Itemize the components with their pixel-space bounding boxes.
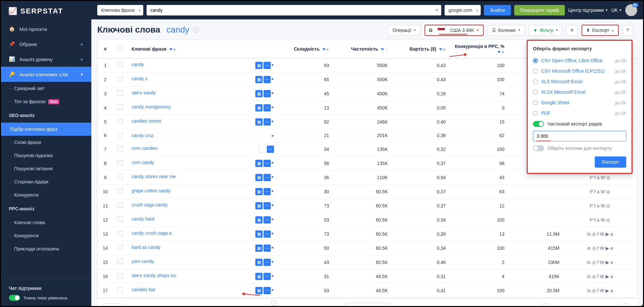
info-icon[interactable]: i: [193, 27, 199, 33]
export-xls[interactable]: XLS Microsoft Excelдо 2K: [533, 76, 626, 87]
dark-theme-toggle[interactable]: Темна тема увімкнена: [9, 295, 83, 301]
arrow-right-icon[interactable]: ▸: [272, 202, 274, 209]
col-cost[interactable]: Вартість ($) ▼: [392, 40, 449, 58]
col-difficulty[interactable]: Складність ▼: [278, 40, 333, 58]
more-icon[interactable]: ⋯: [264, 118, 271, 126]
lang-select[interactable]: UK ▼: [611, 8, 622, 13]
keyword-link[interactable]: candy stores near me: [132, 174, 176, 179]
arrow-right-icon[interactable]: ▸: [272, 90, 274, 97]
upgrade-button[interactable]: Покращити тариф: [514, 5, 565, 15]
export-csv-ms[interactable]: CSV Microsoft Office (CP1251)до 2K: [533, 66, 626, 76]
arrow-right-icon[interactable]: ▸: [272, 174, 274, 181]
keyword-link[interactable]: candy hard: [132, 216, 154, 222]
chat-support[interactable]: Чат підтримки: [9, 284, 83, 295]
nav-keyword-pick[interactable]: Підбір ключових фраз: [1, 123, 91, 136]
nav-ppc-competitors[interactable]: · Конкуренти: [1, 229, 91, 242]
nav-keyword-analysis[interactable]: 🔑Аналіз ключових слів▼: [1, 67, 91, 82]
clear-icon[interactable]: ✕: [432, 5, 441, 15]
more-icon[interactable]: ⋯: [264, 174, 271, 181]
columns-button[interactable]: ☰ Колонки ▼: [488, 25, 525, 35]
keyword-link[interactable]: corn candy: [132, 160, 154, 165]
keyword-link[interactable]: candy: [132, 62, 144, 67]
arrow-right-icon[interactable]: ▸: [272, 188, 274, 195]
page-2[interactable]: 2: [574, 304, 582, 306]
keyword-link[interactable]: candies stores: [132, 118, 161, 124]
nav-domain-analysis[interactable]: 📊Аналіз домену▶: [1, 52, 91, 67]
nav-ads[interactable]: · Приклади оголошень: [1, 242, 91, 255]
operations-button[interactable]: Операції ▼: [388, 25, 421, 35]
arrow-right-icon[interactable]: ▸: [272, 62, 274, 69]
more-icon[interactable]: ⋯: [264, 90, 271, 97]
arrow-right-icon[interactable]: ▸: [272, 133, 274, 138]
help-button[interactable]: ?: [623, 25, 632, 35]
more-icon[interactable]: ⋯: [267, 146, 274, 153]
search-button[interactable]: Знайти: [484, 5, 511, 15]
more-icon[interactable]: ⋯: [264, 273, 271, 280]
search-input[interactable]: [147, 5, 432, 15]
page-4[interactable]: 4: [605, 304, 613, 306]
arrow-right-icon[interactable]: ▸: [272, 287, 274, 294]
more-icon[interactable]: ⋯: [264, 245, 271, 252]
filter-clear-button[interactable]: ✕: [566, 25, 578, 35]
keyword-link[interactable]: grape cotton candy: [132, 188, 171, 193]
nav-ppc-keywords[interactable]: · Ключові слова: [1, 216, 91, 229]
export-partial-toggle[interactable]: Частковий експорт рядків: [533, 118, 626, 130]
support-link[interactable]: Центр підтримки ▼: [568, 8, 608, 13]
keyword-link[interactable]: candy crush saga a: [132, 230, 172, 236]
arrow-right-icon[interactable]: ▸: [272, 259, 274, 266]
nav-suggestions[interactable]: · Пошукові підказки: [1, 149, 91, 162]
page-size-select[interactable]: 500: [103, 303, 122, 306]
col-select-all[interactable]: [113, 40, 128, 58]
keyword-link[interactable]: hard as candy: [132, 245, 161, 250]
page-prev[interactable]: ‹: [541, 303, 551, 306]
col-frequency[interactable]: Частотність ↓: [333, 40, 392, 58]
keyword-link[interactable]: crush saga candy: [132, 202, 168, 207]
search-mode-select[interactable]: Ключова фраза: [97, 5, 143, 15]
more-icon[interactable]: ⋯: [264, 76, 271, 83]
info-icon[interactable]: i: [269, 300, 277, 306]
rate-report[interactable]: Оцініть звіт▼: [345, 303, 389, 306]
keyword-link[interactable]: candy montgomery: [132, 104, 171, 109]
more-icon[interactable]: ⋯: [264, 216, 271, 224]
arrow-right-icon[interactable]: ▸: [272, 273, 274, 280]
more-icon[interactable]: ⋯: [264, 287, 271, 294]
arrow-right-icon[interactable]: ▸: [272, 76, 274, 83]
more-icon[interactable]: ⋯: [264, 62, 271, 69]
arrow-right-icon[interactable]: ▸: [272, 230, 274, 238]
keyword-link[interactable]: corn candies: [132, 146, 158, 151]
keyword-link[interactable]: candy cruz: [132, 133, 154, 138]
nav-questions[interactable]: · Пошукові питання: [1, 162, 91, 175]
region-button[interactable]: G США 3.48K ▼: [425, 25, 484, 36]
nav-favorites[interactable]: 📌Обране▶: [1, 36, 91, 52]
page-next[interactable]: ›: [621, 303, 631, 306]
col-phrase[interactable]: Ключові фрази ▼: [128, 40, 278, 58]
export-submit-button[interactable]: Експорт: [595, 156, 626, 168]
arrow-right-icon[interactable]: ▸: [272, 104, 274, 111]
engine-select[interactable]: google.com: [445, 5, 481, 15]
keyword-link[interactable]: candy s: [132, 76, 148, 81]
nav-summary[interactable]: · Сумарний звіт: [1, 82, 91, 95]
keyword-link[interactable]: see's candy shops inc: [132, 273, 177, 278]
more-icon[interactable]: ⋯: [264, 188, 271, 195]
more-icon[interactable]: ⋯: [264, 160, 271, 167]
arrow-right-icon[interactable]: ▸: [272, 245, 274, 252]
page-1[interactable]: 1: [559, 304, 567, 306]
filter-button[interactable]: ▼ Фільтр ▼: [529, 25, 563, 35]
export-pdf[interactable]: PDFдо 2K: [533, 108, 626, 118]
nav-similar[interactable]: · Схожі фрази: [1, 136, 91, 149]
nav-leaders[interactable]: · Сторінки-лідери: [1, 175, 91, 188]
keyword-link[interactable]: yam candy: [132, 259, 154, 264]
more-icon[interactable]: ⋯: [264, 104, 271, 111]
keyword-link[interactable]: see's candy: [132, 90, 156, 95]
keyword-link[interactable]: candies bar: [132, 287, 155, 292]
nav-projects[interactable]: 🏠Мої проєкти: [1, 21, 91, 36]
nav-top-phrase[interactable]: · Топ за фразою New: [1, 95, 91, 108]
page-3[interactable]: 3: [590, 304, 598, 306]
avatar[interactable]: 9+: [625, 4, 637, 16]
more-icon[interactable]: ⋯: [264, 230, 271, 238]
export-gsheet[interactable]: Google Sheetдо 2K: [533, 97, 626, 108]
export-xlsx[interactable]: XLSX Microsoft Excelдо 2K: [533, 87, 626, 97]
export-columns-toggle[interactable]: Оберіть колонки для експорту: [533, 143, 626, 154]
arrow-right-icon[interactable]: ▸: [272, 160, 274, 167]
export-button[interactable]: ⬆ Експорт ▲: [582, 25, 619, 36]
